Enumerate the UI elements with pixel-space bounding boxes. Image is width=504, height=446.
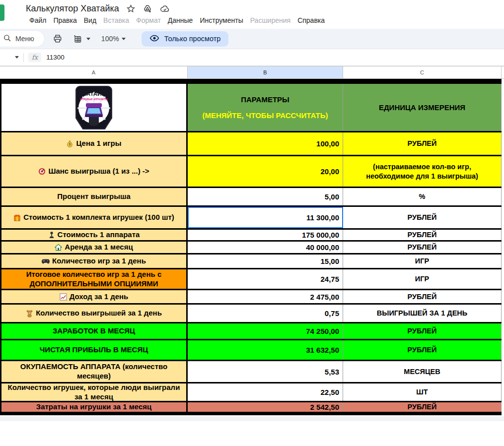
row-label: Количество игр за 1 день (52, 256, 146, 266)
menu-item-3: Вставка (100, 15, 133, 26)
table-row: ОКУПАЕМОСТЬ АППАРАТА (количество месяцев… (0, 361, 502, 383)
row-label-cell[interactable]: Доход за 1 день (1, 290, 188, 303)
row-unit-cell[interactable]: ИГР (343, 255, 502, 268)
column-header-c[interactable]: C (343, 66, 502, 78)
row-unit-cell[interactable]: РУБЛЕЙ (343, 290, 502, 303)
column-header-rest (502, 66, 504, 78)
row-unit-cell[interactable]: МЕСЯЦЕВ (343, 361, 502, 382)
params-title: ПАРАМЕТРЫ (241, 95, 289, 104)
zoom-select[interactable]: 100% (98, 33, 129, 45)
row-label-cell[interactable]: Количество игрушек, которые люди выиграл… (1, 383, 188, 401)
row-label-cell[interactable]: $Цена 1 игры (1, 132, 188, 155)
teddy-icon (26, 310, 33, 318)
row-unit-cell[interactable]: ВЫИГРЫШЕЙ ЗА 1 ДЕНЬ (343, 305, 502, 322)
row-value-cell[interactable]: 22,50 (188, 383, 343, 401)
gift-icon (13, 214, 21, 221)
star-icon[interactable] (126, 4, 136, 13)
table-row: Количество выигрышей за 1 день0,75ВЫИГРЫ… (0, 305, 502, 323)
row-unit-cell[interactable]: РУБЛЕЙ (343, 340, 502, 360)
joystick-icon (48, 231, 55, 239)
name-box[interactable] (0, 56, 19, 59)
row-label: Количество выигрышей за 1 день (36, 309, 162, 318)
table-row: Стоимость 1 комплекта игрушек (100 шт)11… (0, 207, 502, 230)
svg-text:ХВАТАЙКА: ХВАТАЙКА (78, 91, 109, 97)
menubar: ФайлПравкаВидВставкаФорматДанныеИнструме… (26, 15, 328, 26)
menu-item-5[interactable]: Данные (164, 15, 197, 26)
logo-cell[interactable]: ХВАТАЙКА ИГРОВЫЕ АППАРАТЫ (1, 84, 188, 131)
menu-item-2[interactable]: Вид (80, 15, 100, 26)
target-icon (38, 168, 46, 175)
chevron-down-icon (15, 56, 19, 59)
row-label: Шанс выигрыша (1 из ...) -> (48, 167, 149, 176)
column-header-b[interactable]: B (188, 66, 343, 78)
menu-item-8[interactable]: Справка (294, 15, 328, 26)
menu-item-1[interactable]: Правка (50, 15, 80, 26)
row-label-cell[interactable]: Количество игр за 1 день (1, 255, 188, 268)
spreadsheet-app: Калькулятор Хватайка ФайлПравкаВидВставк… (0, 0, 504, 446)
row-label-cell[interactable]: Процент выигрыша (1, 188, 188, 205)
row-unit-cell[interactable]: ИГР (343, 269, 502, 289)
sheets-logo-icon[interactable] (0, 4, 4, 21)
row-label: Цена 1 игры (76, 139, 121, 148)
menu-item-6[interactable]: Инструменты (196, 15, 246, 26)
row-value-cell[interactable]: 2 475,00 (188, 290, 343, 303)
row-label-cell[interactable]: Затраты на игрушки за 1 месяц (1, 402, 188, 412)
row-value-cell[interactable]: 24,75 (188, 269, 343, 289)
params-subtitle: (МЕНЯЙТЕ, ЧТОБЫ РАССЧИТАТЬ) (202, 111, 328, 120)
row-unit-cell[interactable]: РУБЛЕЙ (343, 132, 502, 155)
row-label-cell[interactable]: ОКУПАЕМОСТЬ АППАРАТА (количество месяцев… (1, 361, 188, 382)
row-label-cell[interactable]: Количество выигрышей за 1 день (1, 305, 188, 322)
table-row: Затраты на игрушки за 1 месяц2 542,50РУБ… (0, 402, 502, 413)
row-label: Доход за 1 день (70, 292, 129, 302)
params-header-cell[interactable]: ПАРАМЕТРЫ (МЕНЯЙТЕ, ЧТОБЫ РАССЧИТАТЬ) (188, 84, 343, 131)
row-value-cell[interactable]: 15,00 (188, 255, 343, 268)
row-unit-cell[interactable]: РУБЛЕЙ (343, 323, 502, 339)
row-value-cell[interactable]: 0,75 (188, 305, 343, 322)
row-unit-cell[interactable]: (настраиваемое кол-во игр, необходимое д… (343, 156, 502, 187)
row-unit-cell[interactable]: ШТ (343, 383, 502, 401)
row-label: Количество игрушек, которые люди выиграл… (4, 383, 183, 402)
moneybag-icon: $ (66, 140, 73, 148)
row-value-cell[interactable]: 100,00 (188, 132, 343, 155)
row-value-cell[interactable]: 2 542,50 (188, 402, 343, 412)
row-label: ЗАРАБОТОК В МЕСЯЦ (53, 326, 135, 336)
cloud-check-icon (159, 4, 170, 14)
row-label-cell[interactable]: ЧИСТАЯ ПРИБЫЛЬ В МЕСЯЦ (1, 340, 188, 360)
row-label-cell[interactable]: Итоговое количество игр за 1 день с ДОПО… (1, 269, 188, 289)
row-unit-cell[interactable]: РУБЛЕЙ (343, 207, 502, 228)
table-row: Количество игр за 1 день15,00ИГР (0, 255, 502, 269)
row-value-cell[interactable]: 20,00 (188, 156, 343, 187)
row-unit-cell[interactable]: РУБЛЕЙ (343, 402, 502, 412)
filter-views-button[interactable] (71, 32, 90, 45)
row-value-cell[interactable]: 74 250,00 (188, 323, 343, 339)
row-label-cell[interactable]: ЗАРАБОТОК В МЕСЯЦ (1, 323, 188, 339)
print-icon[interactable] (51, 32, 64, 45)
row-unit-cell[interactable]: РУБЛЕЙ (343, 242, 502, 253)
row-value-cell[interactable]: 5,53 (188, 361, 343, 382)
row-unit-cell[interactable]: РУБЛЕЙ (343, 230, 502, 240)
row-unit-cell[interactable]: % (343, 188, 502, 205)
row-label-cell[interactable]: Аренда за 1 месяц (1, 242, 188, 253)
selected-value-cell[interactable]: 11 300,00 (188, 207, 343, 228)
toolbar: Меню 100% Только просмотр (0, 29, 504, 49)
view-only-chip[interactable]: Только просмотр (142, 31, 229, 47)
menu-item-0[interactable]: Файл (26, 15, 50, 26)
formula-input[interactable]: 11300 (46, 54, 65, 61)
svg-text:$: $ (69, 142, 71, 146)
column-header-a[interactable]: A (0, 66, 188, 78)
unit-header-cell[interactable]: ЕДИНИЦА ИЗМЕРЕНИЯ (343, 84, 502, 131)
menu-button[interactable]: Меню (0, 31, 44, 47)
zoom-value: 100% (101, 35, 119, 43)
row-value-cell[interactable]: 175 000,00 (188, 230, 343, 240)
document-title[interactable]: Калькулятор Хватайка (26, 3, 119, 14)
table-row: Процент выигрыша5,00% (0, 188, 502, 207)
row-label-cell[interactable]: Шанс выигрыша (1 из ...) -> (1, 156, 188, 187)
row-value-cell[interactable]: 40 000,00 (188, 242, 343, 253)
row-label: Затраты на игрушки за 1 месяц (36, 402, 152, 412)
row-label-cell[interactable]: Стоимость 1 комплекта игрушек (100 шт) (1, 207, 188, 228)
svg-text:ИГРОВЫЕ АППАРАТЫ: ИГРОВЫЕ АППАРАТЫ (80, 98, 107, 101)
row-value-cell[interactable]: 5,00 (188, 188, 343, 205)
row-label-cell[interactable]: Стоимость 1 аппарата (1, 230, 188, 240)
drive-add-icon[interactable] (143, 4, 152, 14)
row-value-cell[interactable]: 31 632,50 (188, 340, 343, 360)
